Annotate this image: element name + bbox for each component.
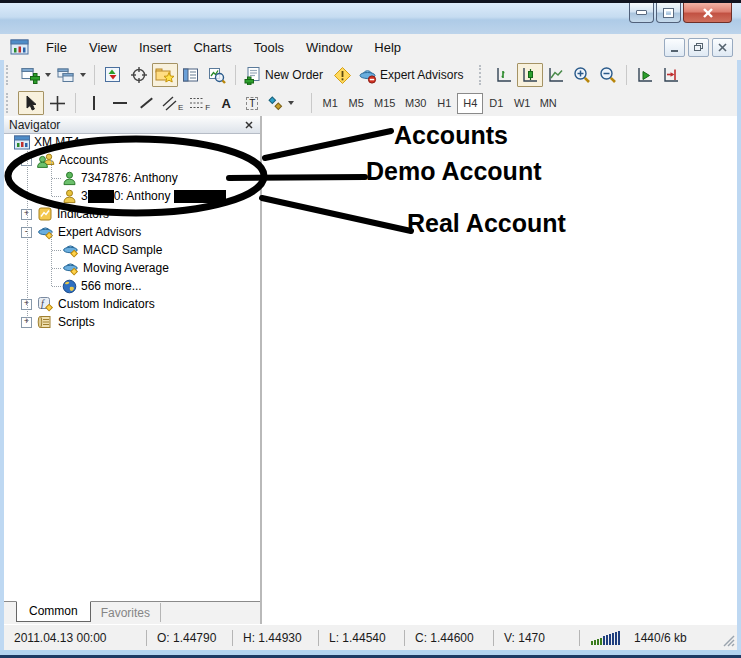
mdi-close-button[interactable] bbox=[712, 38, 733, 57]
bar-chart-icon bbox=[495, 66, 513, 84]
timeframe-h4-button[interactable]: H4 bbox=[457, 93, 483, 114]
cursor-tool-button[interactable] bbox=[18, 91, 44, 115]
new-order-icon bbox=[244, 66, 262, 85]
status-high: H: 1.44930 bbox=[232, 630, 318, 646]
real-account-label: 30: Anthony bbox=[81, 189, 226, 203]
menu-charts[interactable]: Charts bbox=[182, 36, 242, 59]
zoom-out-button[interactable] bbox=[595, 63, 621, 87]
bar-chart-button[interactable] bbox=[491, 63, 517, 87]
arrows-tool-button[interactable] bbox=[265, 91, 297, 115]
tree-item-broker-root[interactable]: XM MT4 bbox=[4, 133, 260, 151]
new-chart-button[interactable] bbox=[18, 63, 54, 87]
toolbar-grip[interactable] bbox=[6, 65, 13, 85]
indicators-icon bbox=[37, 206, 53, 222]
toolbar-grip[interactable] bbox=[6, 93, 13, 113]
tree-item-more[interactable]: 566 more... bbox=[4, 277, 260, 295]
menu-view[interactable]: View bbox=[78, 36, 128, 59]
vertical-line-tool-button[interactable] bbox=[81, 91, 107, 115]
menu-tools[interactable]: Tools bbox=[243, 36, 295, 59]
tree-item-accounts[interactable]: - Accounts bbox=[4, 151, 260, 169]
tree-item-real-account[interactable]: 30: Anthony bbox=[4, 187, 260, 205]
text-tool-button[interactable]: A bbox=[213, 91, 239, 115]
scripts-label: Scripts bbox=[58, 315, 95, 329]
tree-item-expert-advisors[interactable]: - Expert Advisors bbox=[4, 223, 260, 241]
moving-average-label: Moving Average bbox=[83, 261, 169, 275]
macd-sample-label: MACD Sample bbox=[83, 243, 162, 257]
toolbar-separator bbox=[94, 65, 95, 85]
horizontal-line-tool-button[interactable] bbox=[107, 91, 133, 115]
connection-bars-icon bbox=[590, 630, 622, 645]
tab-common[interactable]: Common bbox=[16, 601, 91, 622]
candlestick-chart-button[interactable] bbox=[517, 63, 543, 87]
channel-icon bbox=[162, 96, 177, 111]
trendline-tool-button[interactable] bbox=[133, 91, 159, 115]
timeframe-m1-button[interactable]: M1 bbox=[317, 93, 343, 114]
status-open: O: 1.44790 bbox=[146, 630, 232, 646]
menu-insert[interactable]: Insert bbox=[128, 36, 183, 59]
tree-stub bbox=[52, 196, 61, 197]
profiles-dropdown-icon bbox=[80, 73, 86, 77]
tree-item-moving-average[interactable]: Moving Average bbox=[4, 259, 260, 277]
tab-favorites[interactable]: Favorites bbox=[91, 603, 161, 622]
new-order-label: New Order bbox=[265, 68, 326, 82]
terminal-button[interactable] bbox=[178, 63, 204, 87]
line-chart-button[interactable] bbox=[543, 63, 569, 87]
title-bar bbox=[0, 3, 741, 34]
navigator-close-button[interactable] bbox=[242, 118, 255, 131]
timeframe-mn-button[interactable]: MN bbox=[535, 93, 561, 114]
alert-button[interactable] bbox=[329, 63, 355, 87]
navigator-header[interactable]: Navigator bbox=[4, 116, 260, 134]
vertical-line-icon bbox=[93, 96, 95, 110]
expert-advisors-button[interactable]: Expert Advisors bbox=[355, 63, 469, 87]
data-window-button[interactable] bbox=[126, 63, 152, 87]
status-close: C: 1.44600 bbox=[404, 630, 493, 646]
terminal-icon bbox=[182, 66, 200, 84]
expert-advisors-label: Expert Advisors bbox=[380, 68, 466, 82]
window-maximize-button[interactable] bbox=[656, 3, 681, 23]
navigator-button[interactable] bbox=[152, 63, 178, 87]
timeframe-m15-button[interactable]: M15 bbox=[369, 93, 400, 114]
window-minimize-button[interactable] bbox=[629, 3, 654, 23]
equidistant-channel-tool-button[interactable]: E bbox=[159, 91, 186, 115]
menu-file[interactable]: File bbox=[35, 36, 78, 59]
strategy-tester-button[interactable] bbox=[204, 63, 230, 87]
tree-item-macd-sample[interactable]: MACD Sample bbox=[4, 241, 260, 259]
tree-item-custom-indicators[interactable]: + f Custom Indicators bbox=[4, 295, 260, 313]
crosshair-tool-button[interactable] bbox=[44, 91, 70, 115]
timeframe-w1-button[interactable]: W1 bbox=[509, 93, 535, 114]
menu-bar: File View Insert Charts Tools Window Hel… bbox=[0, 34, 741, 61]
menu-window[interactable]: Window bbox=[295, 36, 363, 59]
window-close-button[interactable] bbox=[683, 3, 732, 23]
mdi-minimize-button[interactable] bbox=[664, 38, 685, 57]
timeframe-m5-button[interactable]: M5 bbox=[343, 93, 369, 114]
navigator-tree: XM MT4 - Accounts bbox=[4, 133, 260, 602]
chart-workspace[interactable] bbox=[262, 116, 737, 625]
mdi-window-buttons bbox=[664, 38, 733, 57]
text-label-tool-button[interactable]: T bbox=[239, 91, 265, 115]
minimize-icon bbox=[636, 10, 647, 15]
new-chart-dropdown-icon bbox=[45, 73, 51, 77]
navigator-tab-strip: Common Favorites bbox=[4, 601, 260, 625]
drawing-toolbar: E F A T M1 M5 M15 M30 H1 H4 D1 W1 MN bbox=[0, 90, 741, 117]
new-order-button[interactable]: New Order bbox=[241, 63, 329, 87]
crosshair-icon bbox=[130, 66, 148, 84]
tree-item-scripts[interactable]: + Scripts bbox=[4, 313, 260, 331]
zoom-in-button[interactable] bbox=[569, 63, 595, 87]
profiles-button[interactable] bbox=[54, 63, 89, 87]
tree-item-demo-account[interactable]: 7347876: Anthony bbox=[4, 169, 260, 187]
auto-scroll-button[interactable] bbox=[632, 63, 658, 87]
chart-shift-button[interactable] bbox=[658, 63, 684, 87]
fibonacci-tool-button[interactable]: F bbox=[186, 91, 213, 115]
timeframe-h1-button[interactable]: H1 bbox=[431, 93, 457, 114]
timeframe-d1-button[interactable]: D1 bbox=[483, 93, 509, 114]
toolbar-grip[interactable] bbox=[479, 65, 486, 85]
menu-help[interactable]: Help bbox=[363, 36, 412, 59]
resize-grip[interactable] bbox=[721, 633, 735, 647]
chart-shift-icon bbox=[662, 66, 680, 84]
zoom-in-icon bbox=[573, 66, 591, 84]
market-watch-button[interactable] bbox=[100, 63, 126, 87]
toolbar-separator bbox=[311, 93, 312, 113]
tree-item-indicators[interactable]: + Indicators bbox=[4, 205, 260, 223]
timeframe-m30-button[interactable]: M30 bbox=[400, 93, 431, 114]
mdi-restore-button[interactable] bbox=[688, 38, 709, 57]
